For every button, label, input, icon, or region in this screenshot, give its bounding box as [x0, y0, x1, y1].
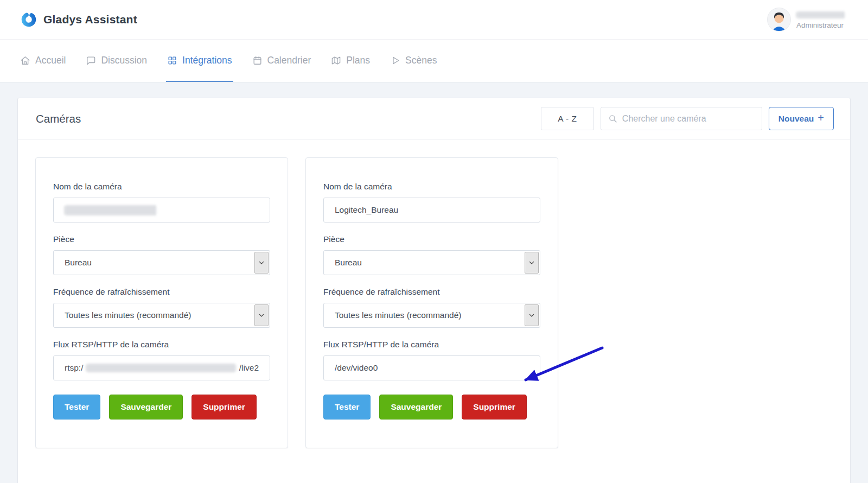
frequency-label: Fréquence de rafraîchissement	[53, 287, 270, 297]
user-menu[interactable]: Administrateur	[767, 8, 845, 31]
cameras-panel-header: Caméras A - Z Nouveau +	[18, 98, 850, 139]
chevron-down-icon	[254, 304, 269, 326]
brand: Gladys Assistant	[21, 11, 137, 28]
camera-card: Nom de la caméra Pièce Bureau Fr	[305, 157, 558, 448]
frequency-select[interactable]: Toutes les minutes (recommandé)	[323, 303, 540, 328]
redacted-camera-name	[65, 205, 157, 215]
nav-label: Accueil	[35, 55, 66, 66]
main-nav: Accueil Discussion Intégrations	[0, 40, 868, 82]
plus-icon: +	[818, 112, 824, 124]
new-camera-button[interactable]: Nouveau +	[769, 107, 834, 130]
nav-tab-plans[interactable]: Plans	[330, 40, 371, 82]
chevron-down-icon	[525, 304, 539, 326]
stream-url-suffix: /live2	[239, 363, 259, 373]
nav-tab-discussion[interactable]: Discussion	[85, 40, 148, 82]
cameras-panel: Caméras A - Z Nouveau +	[17, 98, 851, 483]
user-meta: Administrateur	[796, 10, 845, 29]
search-icon	[608, 114, 617, 123]
nav-label: Intégrations	[182, 55, 232, 66]
room-select-value: Bureau	[65, 258, 92, 268]
frequency-label: Fréquence de rafraîchissement	[323, 287, 540, 297]
test-button[interactable]: Tester	[53, 395, 100, 420]
redacted-stream-url	[86, 364, 235, 372]
frequency-select[interactable]: Toutes les minutes (recommandé)	[53, 303, 270, 328]
avatar[interactable]	[767, 8, 791, 31]
camera-name-input[interactable]	[53, 198, 270, 223]
nav-label: Discussion	[101, 55, 147, 66]
save-button[interactable]: Sauvegarder	[109, 395, 183, 420]
chevron-down-icon	[525, 252, 539, 274]
user-role: Administrateur	[796, 21, 844, 29]
delete-button[interactable]: Supprimer	[192, 395, 257, 420]
frequency-select-value: Toutes les minutes (recommandé)	[65, 310, 191, 320]
app-title: Gladys Assistant	[43, 13, 137, 26]
camera-name-input[interactable]	[323, 198, 540, 223]
main-content: Caméras A - Z Nouveau +	[0, 82, 868, 483]
camera-name-label: Nom de la caméra	[53, 182, 270, 192]
search-input[interactable]	[622, 114, 755, 124]
room-select-value: Bureau	[335, 258, 362, 268]
panel-title: Caméras	[36, 112, 81, 125]
play-icon	[390, 55, 400, 66]
nav-tab-integrations[interactable]: Intégrations	[166, 40, 233, 82]
nav-label: Plans	[346, 55, 370, 66]
nav-tab-accueil[interactable]: Accueil	[19, 40, 67, 82]
sort-az-button[interactable]: A - Z	[541, 107, 594, 130]
camera-name-label: Nom de la caméra	[323, 182, 540, 192]
app-header: Gladys Assistant Administrateur	[0, 0, 868, 40]
nav-label: Calendrier	[267, 55, 311, 66]
calendar-icon	[252, 55, 263, 66]
stream-url-input[interactable]	[323, 355, 540, 380]
map-icon	[331, 55, 341, 66]
gladys-logo-icon	[21, 11, 37, 28]
redacted-user-name	[796, 11, 845, 18]
camera-card: Nom de la caméra Pièce Bureau	[35, 157, 288, 448]
chevron-down-icon	[254, 252, 269, 274]
nav-tab-scenes[interactable]: Scènes	[389, 40, 438, 82]
cameras-list: Nom de la caméra Pièce Bureau	[18, 139, 850, 466]
stream-url-prefix: rtsp:/	[65, 363, 83, 373]
delete-button[interactable]: Supprimer	[462, 395, 527, 420]
page: Gladys Assistant Administrateur	[0, 0, 868, 483]
new-camera-label: Nouveau	[778, 114, 814, 124]
home-icon	[20, 55, 30, 66]
test-button[interactable]: Tester	[323, 395, 371, 420]
panel-actions: A - Z Nouveau +	[541, 107, 834, 130]
stream-label: Flux RTSP/HTTP de la caméra	[323, 340, 540, 349]
frequency-select-value: Toutes les minutes (recommandé)	[335, 310, 461, 320]
stream-label: Flux RTSP/HTTP de la caméra	[53, 340, 270, 349]
room-select[interactable]: Bureau	[53, 250, 270, 275]
message-icon	[86, 55, 96, 66]
room-label: Pièce	[53, 234, 270, 244]
nav-tab-calendrier[interactable]: Calendrier	[251, 40, 312, 82]
room-label: Pièce	[323, 234, 540, 244]
nav-label: Scènes	[405, 55, 437, 66]
camera-search-box	[601, 107, 762, 130]
stream-url-input[interactable]: rtsp:/ /live2	[53, 355, 270, 380]
save-button[interactable]: Sauvegarder	[379, 395, 453, 420]
room-select[interactable]: Bureau	[323, 250, 540, 275]
grid-icon	[167, 55, 177, 66]
